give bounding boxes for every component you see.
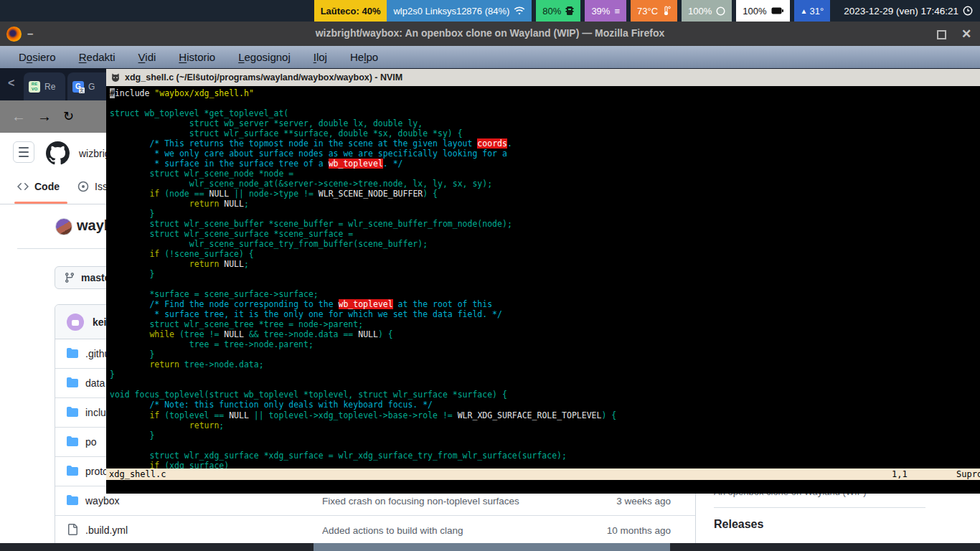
tab-code-label: Code	[34, 181, 60, 192]
file-name-link[interactable]: .build.yml	[85, 524, 322, 536]
network-label: wlp2s0 Linksys12876 (84%)	[393, 6, 509, 17]
cpu-indicator: 80%	[536, 0, 580, 22]
code-line: struct wlr_xdg_surface *xdg_surface = wl…	[110, 451, 980, 461]
weather-label: 31°	[809, 6, 824, 17]
terminal-window: xdg_shell.c (~/Elŝutoj/programs/wayland/…	[106, 69, 980, 494]
table-row[interactable]: .build.ymlAdded actions to build with cl…	[55, 516, 695, 545]
memory-indicator: 39% ≡	[585, 0, 626, 22]
battery-label: 100%	[743, 6, 766, 17]
statusline-filename: xdg_shell.c	[109, 468, 166, 480]
screen: { "system_bar": { "volume": {"text": "La…	[0, 0, 980, 551]
temperature-indicator: 73°C	[631, 0, 677, 22]
menu-redakti[interactable]: Redakti	[79, 51, 116, 63]
forward-button[interactable]: →	[37, 108, 52, 125]
code-line: *surface = scene_surface->surface;	[110, 289, 980, 299]
commit-date: 3 weeks ago	[578, 496, 684, 507]
code-editor[interactable]: #include "waybox/xdg_shell.h" struct wb_…	[106, 86, 980, 471]
clock-indicator: 2023-12-29 (ven) 17:46:21	[837, 0, 980, 22]
system-status-bar: Laŭteco: 40% wlp2s0 Linksys12876 (84%) 8…	[0, 0, 980, 22]
terminal-app-icon	[110, 72, 121, 83]
reload-button[interactable]: ↻	[63, 108, 74, 125]
code-line: struct wlr_scene_node *node =	[110, 169, 980, 179]
code-line: /* Find the node corresponding to the wb…	[110, 299, 980, 309]
memory-label: 39%	[591, 6, 610, 17]
maximize-button[interactable]	[937, 30, 946, 39]
commit-message-link[interactable]: Added actions to build with clang	[322, 525, 578, 536]
code-line: * surface tree, it is the only one for w…	[110, 309, 980, 319]
disk-label: 100%	[688, 6, 712, 17]
code-line: /* Note: this function only deals with k…	[110, 400, 980, 410]
folder-icon	[67, 347, 85, 361]
code-line: }	[110, 369, 980, 380]
code-line: struct wlr_surface **surface, double *sx…	[110, 128, 980, 138]
menu-legosignoj[interactable]: Legosignoj	[238, 51, 291, 63]
menu-dosiero[interactable]: Dosiero	[19, 51, 56, 63]
temperature-label: 73°C	[637, 6, 658, 17]
terminal-titlebar[interactable]: xdg_shell.c (~/Elŝutoj/programs/wayland/…	[106, 69, 980, 86]
browser-tab-revo[interactable]: REVO Re	[24, 72, 65, 100]
code-line: }	[110, 269, 980, 279]
committer-avatar[interactable]	[67, 314, 84, 331]
code-line: }	[110, 209, 980, 219]
repo-owner-avatar[interactable]	[55, 218, 72, 235]
cpu-label: 80%	[542, 6, 561, 17]
weather-indicator: ▲ 31°	[794, 0, 831, 22]
clock-label: 2023-12-29 (ven) 17:46:21	[844, 6, 958, 17]
code-line: tree = tree->node.parent;	[110, 339, 980, 349]
code-line	[110, 441, 980, 451]
volume-label: Laŭteco: 40%	[321, 6, 381, 17]
firefox-menubar: DosieroRedaktiVidiHistorioLegosignojIloj…	[0, 46, 980, 68]
back-button[interactable]: ←	[11, 108, 26, 125]
code-line: return NULL;	[110, 199, 980, 209]
code-line: * we only care about surface nodes as we…	[110, 149, 980, 159]
code-line: return;	[110, 420, 980, 430]
code-line: wlr_scene_node_at(&server->scene->tree.n…	[110, 179, 980, 189]
volume-indicator: Laŭteco: 40%	[314, 0, 387, 22]
revo-favicon-icon: REVO	[29, 81, 40, 93]
code-line: return tree->node.data;	[110, 359, 980, 369]
code-line: }	[110, 349, 980, 359]
code-line: if (!scene_surface) {	[110, 249, 980, 259]
code-icon	[17, 181, 29, 192]
code-line: struct wlr_scene_surface *scene_surface …	[110, 229, 980, 239]
code-line: struct wlr_scene_tree *tree = node->pare…	[110, 319, 980, 329]
hamburger-menu-button[interactable]	[13, 141, 34, 163]
statusline-scroll-indicator: Supro	[956, 468, 980, 480]
code-line: wlr_scene_surface_try_from_buffer(scene_…	[110, 239, 980, 249]
close-button[interactable]: ✕	[961, 27, 971, 42]
menu-historio[interactable]: Historio	[179, 51, 215, 63]
issue-icon	[77, 181, 89, 192]
code-line: * surface in the surface tree of a wb_to…	[110, 159, 980, 169]
network-indicator: wlp2s0 Linksys12876 (84%)	[387, 0, 532, 22]
file-icon	[67, 524, 85, 537]
code-line: struct wb_toplevel *get_toplevel_at(	[110, 108, 980, 118]
tab-label: G	[88, 82, 95, 92]
github-logo-icon[interactable]	[46, 141, 70, 165]
thermometer-icon	[662, 6, 671, 16]
vim-command-line	[106, 480, 980, 494]
menu-helpo[interactable]: Helpo	[350, 51, 378, 63]
code-line: if (toplevel == NULL || toplevel->xdg_to…	[110, 410, 980, 420]
menu-vidi[interactable]: Vidi	[138, 51, 156, 63]
releases-heading: Releases	[714, 518, 763, 531]
folder-icon	[67, 435, 85, 449]
cpu-chip-icon	[565, 6, 574, 16]
tab-label: Re	[44, 82, 55, 92]
code-line: struct wb_server *server, double lx, dou…	[110, 118, 980, 128]
folder-icon	[67, 406, 85, 420]
code-line: while (tree != NULL && tree->node.data =…	[110, 329, 980, 339]
commit-date: 10 months ago	[578, 525, 684, 536]
circle-icon	[716, 6, 725, 16]
statusline-cursor-position: 1,1	[892, 468, 908, 480]
window-title: wizbright/waybox: An openbox clone on Wa…	[0, 27, 980, 39]
scroll-tabs-left-button[interactable]: <	[8, 77, 14, 90]
clock-icon	[963, 6, 973, 16]
code-line: void focus_toplevel(struct wb_toplevel *…	[110, 390, 980, 400]
disk-indicator: 100%	[682, 0, 732, 22]
menu-iloj[interactable]: Iloj	[314, 51, 327, 63]
file-name-link[interactable]: waybox	[85, 495, 322, 507]
commit-message-link[interactable]: Fixed crash on focusing non-toplevel sur…	[322, 496, 578, 507]
horizontal-scrollbar-thumb[interactable]	[314, 543, 670, 551]
tab-code[interactable]: Code	[17, 181, 60, 192]
terminal-title-text: xdg_shell.c (~/Elŝutoj/programs/wayland/…	[125, 72, 402, 83]
